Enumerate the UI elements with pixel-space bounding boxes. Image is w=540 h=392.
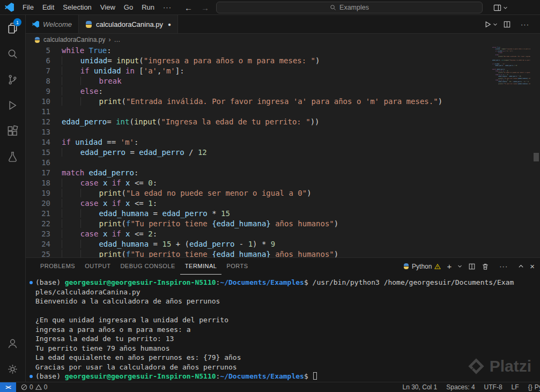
line-number[interactable]: 13 xyxy=(26,127,50,137)
code-lines: 5while True:6 unidad= input("ingresa a p… xyxy=(26,46,476,257)
line-number[interactable]: 9 xyxy=(26,86,50,97)
shell-label: Python xyxy=(412,263,432,270)
bottom-panel: PROBLEMS OUTPUT DEBUG CONSOLE TERMINAL P… xyxy=(26,257,540,382)
panel-header: PROBLEMS OUTPUT DEBUG CONSOLE TERMINAL P… xyxy=(26,258,540,275)
menu-more-icon[interactable]: ··· xyxy=(159,3,176,11)
panel-tab-terminal[interactable]: TERMINAL xyxy=(180,258,222,275)
menu-edit[interactable]: Edit xyxy=(38,0,58,15)
terminal-cursor xyxy=(313,372,317,380)
line-number[interactable]: 21 xyxy=(26,209,50,219)
line-number[interactable]: 20 xyxy=(26,198,50,209)
sidebar-item-explorer[interactable]: 1 xyxy=(0,15,25,41)
indentation[interactable]: Spaces: 4 xyxy=(446,383,475,391)
panel-tab-ports[interactable]: PORTS xyxy=(221,258,253,275)
cursor-position[interactable]: Ln 30, Col 1 xyxy=(403,383,438,391)
split-terminal-icon[interactable] xyxy=(468,263,476,270)
command-decoration-icon[interactable] xyxy=(29,281,33,284)
line-number[interactable]: 8 xyxy=(26,76,50,86)
platzi-logo-icon xyxy=(468,358,485,375)
line-number[interactable]: 22 xyxy=(26,219,50,229)
code-line: 22 print(f"Tu perrito tiene {edad_humana… xyxy=(26,219,476,229)
terminal-shell-badge[interactable]: Python xyxy=(403,263,441,270)
panel-tab-output[interactable]: OUTPUT xyxy=(80,258,115,275)
remote-icon: >< xyxy=(5,384,11,390)
sidebar-item-extensions[interactable] xyxy=(0,118,25,144)
menu-go[interactable]: Go xyxy=(120,0,137,15)
terminal-launch-chevron-icon[interactable] xyxy=(457,264,462,269)
breadcrumb-file[interactable]: calculadoraCanina.py xyxy=(43,36,105,43)
warning-icon xyxy=(35,384,42,390)
chevron-down-icon xyxy=(493,22,498,27)
tab-calculadora-canina[interactable]: calculadoraCanina.py ● xyxy=(79,15,178,33)
breadcrumb-more[interactable]: … xyxy=(114,36,120,43)
command-center-search[interactable]: Examples xyxy=(216,2,483,13)
maximize-panel-icon[interactable] xyxy=(518,263,524,269)
problems-status[interactable]: 0 0 xyxy=(21,383,47,391)
terminal-line: Ingresa la edad de tu perrito: 13 xyxy=(35,334,540,344)
sidebar-item-run-debug[interactable] xyxy=(0,92,25,118)
editor-more-actions-icon[interactable]: ··· xyxy=(516,20,534,28)
explorer-badge: 1 xyxy=(13,18,21,26)
warning-count: 0 xyxy=(44,383,48,391)
language-mode[interactable]: {}Python xyxy=(528,383,540,391)
code-line: 11 xyxy=(26,107,476,117)
python-file-icon xyxy=(34,37,40,43)
line-number[interactable]: 24 xyxy=(26,239,50,249)
line-number[interactable]: 5 xyxy=(26,46,50,56)
status-bar: >< 0 0 Ln 30, Col 1 Spaces: 4 UTF-8 LF {… xyxy=(0,382,540,392)
menu-run[interactable]: Run xyxy=(137,0,159,15)
modified-dot-icon[interactable]: ● xyxy=(168,21,171,27)
sidebar-item-settings[interactable] xyxy=(0,356,25,382)
close-panel-icon[interactable]: × xyxy=(530,262,535,270)
menu-selection[interactable]: Selection xyxy=(58,0,95,15)
line-number[interactable]: 17 xyxy=(26,168,50,178)
line-number[interactable]: 16 xyxy=(26,158,50,168)
vscode-logo-icon xyxy=(5,3,14,12)
line-number[interactable]: 10 xyxy=(26,97,50,107)
line-number[interactable]: 19 xyxy=(26,188,50,198)
scrollbar-thumb[interactable] xyxy=(534,153,539,161)
line-number[interactable]: 25 xyxy=(26,249,50,257)
platzi-watermark: Platzi xyxy=(468,357,531,375)
customize-layout-button[interactable] xyxy=(493,0,508,15)
sidebar-item-source-control[interactable] xyxy=(0,66,25,92)
code-line: 21 edad_humana = edad_perro * 15 xyxy=(26,209,476,219)
line-number[interactable]: 11 xyxy=(26,107,50,117)
line-number[interactable]: 7 xyxy=(26,66,50,76)
vscode-file-icon xyxy=(32,21,39,28)
terminal[interactable]: (base) georgesuir@georgesuir-Inspiron-N5… xyxy=(26,278,540,382)
line-number[interactable]: 18 xyxy=(26,178,50,188)
sidebar-item-testing[interactable] xyxy=(0,144,25,169)
line-number[interactable]: 6 xyxy=(26,56,50,66)
encoding[interactable]: UTF-8 xyxy=(484,383,502,391)
line-number[interactable]: 12 xyxy=(26,117,50,127)
code-line: 20 case x if x <= 1: xyxy=(26,198,476,209)
menu-view[interactable]: View xyxy=(96,0,120,15)
navigate-back-icon[interactable]: ← xyxy=(184,3,193,12)
eol-sequence[interactable]: LF xyxy=(512,383,519,391)
sidebar-item-search[interactable] xyxy=(0,41,25,66)
line-number[interactable]: 15 xyxy=(26,147,50,158)
line-number[interactable]: 14 xyxy=(26,137,50,147)
minimap-line: print(f"Tu perrito tiene {edad_humana} a… xyxy=(481,83,530,85)
minimap[interactable]: while True: unidad= input("ingresa a par… xyxy=(481,47,530,85)
new-terminal-button[interactable]: + xyxy=(447,262,452,270)
line-number[interactable]: 23 xyxy=(26,229,50,239)
sidebar-item-account[interactable] xyxy=(0,330,25,356)
panel-tab-debug-console[interactable]: DEBUG CONSOLE xyxy=(115,258,180,275)
python-file-icon xyxy=(85,21,92,28)
editor-scrollbar[interactable] xyxy=(532,46,540,257)
kill-terminal-trash-icon[interactable] xyxy=(482,263,489,270)
code-editor[interactable]: 5while True:6 unidad= input("ingresa a p… xyxy=(26,46,540,257)
terminal-line: ¿En que unidad ingresara la unidad del p… xyxy=(35,315,540,325)
run-python-file-button[interactable] xyxy=(484,20,498,28)
menu-file[interactable]: File xyxy=(18,0,38,15)
split-editor-icon[interactable] xyxy=(503,20,511,28)
panel-tab-problems[interactable]: PROBLEMS xyxy=(35,258,80,275)
navigate-forward-icon[interactable]: → xyxy=(201,3,209,12)
remote-indicator[interactable]: >< xyxy=(0,382,16,392)
panel-more-actions-icon[interactable]: ··· xyxy=(495,262,512,270)
command-decoration-icon[interactable] xyxy=(29,375,33,378)
tab-welcome[interactable]: Welcome xyxy=(26,15,79,33)
code-line: 14if unidad == 'm': xyxy=(26,137,476,147)
